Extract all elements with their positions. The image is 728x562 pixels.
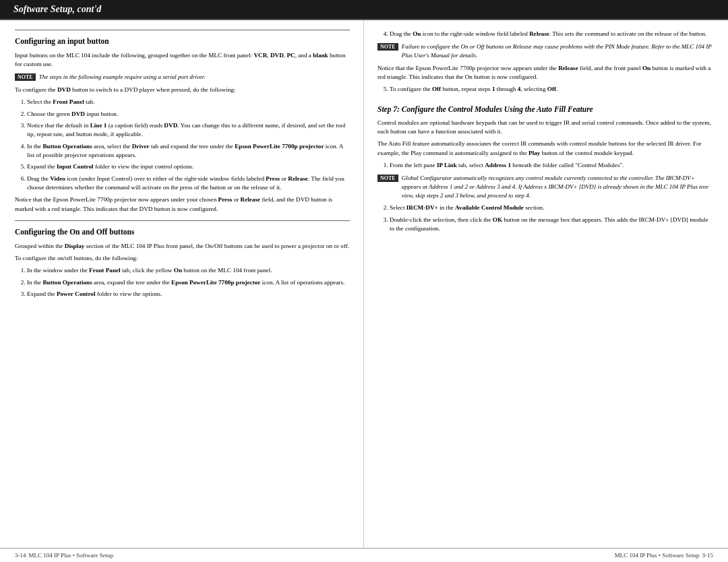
- note-box-1: NOTE The steps in the following example …: [15, 73, 350, 82]
- note-label-1: NOTE: [15, 73, 36, 81]
- step7-section: Step 7: Configure the Control Modules Us…: [377, 104, 713, 234]
- list-item: To configure the Off button, repeat step…: [390, 85, 713, 94]
- step7-intro1: Control modules are optional hardware ke…: [377, 119, 713, 137]
- right-para-after-note: Notice that the Epson PowerLite 7700p pr…: [377, 64, 713, 82]
- step5-list: To configure the Off button, repeat step…: [390, 85, 713, 94]
- list-item: In the window under the Front Panel tab,…: [27, 266, 350, 275]
- footer-left-page: 3-14: [15, 552, 26, 559]
- content-area: Configuring an input button Input button…: [0, 20, 728, 548]
- footer-right-product: MLC 104 IP Plus • Software Setup: [615, 552, 700, 559]
- page-title: Software Setup, cont'd: [13, 4, 101, 14]
- note-text-3: Global Configurator automatically recogn…: [402, 174, 713, 199]
- list-item: From the left pane IP Link tab, select A…: [390, 161, 713, 170]
- list-item: Drag the Video icon (under Input Control…: [27, 175, 350, 193]
- note-text-1: The steps in the following example requi…: [39, 73, 206, 82]
- step7-steps2: Select IRCM-DV+ in the Available Control…: [390, 204, 713, 233]
- footer-left: 3-14 MLC 104 IP Plus • Software Setup: [15, 552, 113, 559]
- section-input-button: Configuring an input button Input button…: [15, 30, 350, 214]
- left-column: Configuring an input button Input button…: [0, 20, 364, 548]
- right-column: Drag the On icon to the right-side windo…: [364, 20, 728, 548]
- list-item: Notice that the default in Line 1 (a cap…: [27, 121, 350, 139]
- note-text-2: Failure to configure the On or Off butto…: [402, 42, 713, 59]
- list-item: Select IRCM-DV+ in the Available Control…: [390, 204, 713, 212]
- note-label-2: NOTE: [377, 43, 398, 51]
- page-header: Software Setup, cont'd: [0, 0, 728, 20]
- note-box-2: NOTE Failure to configure the On or Off …: [377, 42, 713, 59]
- list-item: Drag the On icon to the right-side windo…: [390, 30, 713, 38]
- section1-title: Configuring an input button: [15, 36, 350, 47]
- note-box-3: NOTE Global Configurator automatically r…: [377, 174, 713, 199]
- list-item: In the Button Operations area, expand th…: [27, 278, 350, 287]
- section2-steps: In the window under the Front Panel tab,…: [27, 266, 350, 299]
- list-item: Double-click the selection, then click t…: [390, 216, 713, 234]
- section1-para-after: Notice that the Epson PowerLite 7700p pr…: [15, 195, 350, 214]
- section1-intro: Input buttons on the MLC 104 include the…: [15, 51, 350, 69]
- section2-title: Configuring the On and Off buttons: [15, 226, 350, 238]
- continued-steps: Drag the On icon to the right-side windo…: [390, 30, 713, 38]
- step7-steps1: From the left pane IP Link tab, select A…: [390, 161, 713, 170]
- section2-para2: To configure the on/off buttons, do the …: [15, 254, 350, 263]
- list-item: Choose the green DVD input button.: [27, 110, 350, 119]
- list-item: Expand the Input Control folder to view …: [27, 162, 350, 171]
- section-divider-2: [15, 220, 350, 221]
- page-footer: 3-14 MLC 104 IP Plus • Software Setup ML…: [0, 548, 728, 562]
- list-item: In the Button Operations area, select th…: [27, 142, 350, 160]
- list-item: Select the Front Panel tab.: [27, 98, 350, 106]
- list-item: Expand the Power Control folder to view …: [27, 290, 350, 299]
- footer-right-page: 3-15: [702, 552, 714, 559]
- footer-left-product: MLC 104 IP Plus • Software Setup: [29, 552, 114, 559]
- section2-intro: Grouped within the Display section of th…: [15, 242, 350, 251]
- section1-steps: Select the Front Panel tab. Choose the g…: [27, 98, 350, 192]
- page-container: Software Setup, cont'd Configuring an in…: [0, 0, 728, 562]
- section1-para2: To configure the DVD button to switch to…: [15, 86, 350, 94]
- footer-right: MLC 104 IP Plus • Software Setup 3-15: [615, 552, 713, 559]
- step7-intro2: The Auto Fill feature automatically asso…: [377, 139, 713, 158]
- section-on-off-buttons: Configuring the On and Off buttons Group…: [15, 220, 350, 299]
- section-divider: [15, 30, 350, 30]
- note-label-3: NOTE: [377, 175, 398, 182]
- step7-title: Step 7: Configure the Control Modules Us…: [377, 104, 713, 115]
